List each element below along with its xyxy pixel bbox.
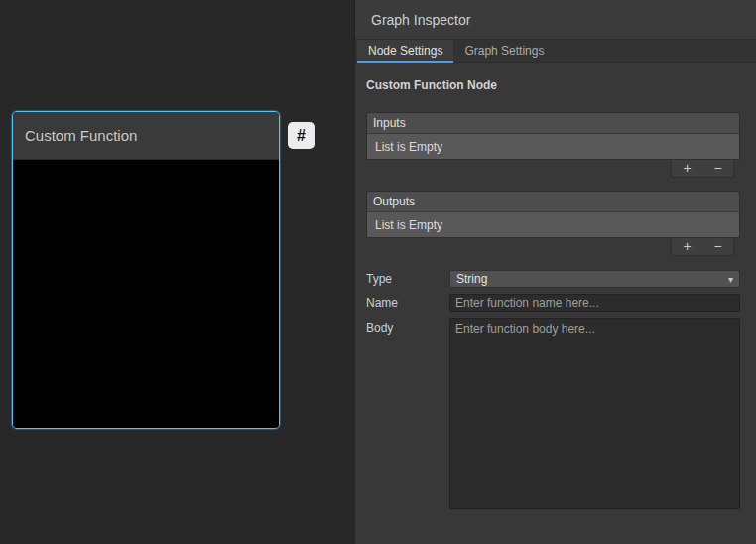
name-label: Name xyxy=(366,296,449,310)
outputs-list: Outputs List is Empty xyxy=(366,191,740,238)
inputs-add-button[interactable]: + xyxy=(672,160,702,177)
shader-graph-window: Custom Function # Graph Inspector Node S… xyxy=(0,0,756,544)
inspector-title: Graph Inspector xyxy=(371,12,470,28)
inputs-remove-button[interactable]: − xyxy=(702,160,733,177)
inputs-empty-row: List is Empty xyxy=(367,134,739,159)
name-field-row: Name xyxy=(366,294,740,312)
node-title: Custom Function xyxy=(25,127,137,144)
inspector-tabbar: Node Settings Graph Settings xyxy=(355,40,756,63)
inputs-list-title: Inputs xyxy=(373,116,406,130)
type-label: Type xyxy=(366,272,449,286)
graph-inspector-panel: Graph Inspector Node Settings Graph Sett… xyxy=(354,0,756,544)
type-field-row: Type String ▾ xyxy=(366,270,740,288)
tab-node-settings-label: Node Settings xyxy=(368,44,442,58)
outputs-empty-label: List is Empty xyxy=(375,218,442,232)
inspector-content: Custom Function Node Inputs List is Empt… xyxy=(355,63,756,509)
outputs-list-footer: + − xyxy=(671,238,734,256)
function-body-textarea[interactable] xyxy=(449,318,740,509)
outputs-list-header: Outputs xyxy=(367,192,739,212)
outputs-add-button[interactable]: + xyxy=(672,238,702,255)
function-fields: Type String ▾ Name Body xyxy=(366,270,740,509)
tab-graph-settings[interactable]: Graph Settings xyxy=(453,40,555,62)
minus-icon: − xyxy=(713,238,721,254)
node-preview-body xyxy=(13,160,279,429)
graph-canvas[interactable]: Custom Function # xyxy=(0,0,354,544)
tab-node-settings[interactable]: Node Settings xyxy=(357,40,453,62)
outputs-empty-row: List is Empty xyxy=(367,212,739,237)
body-label: Body xyxy=(366,318,449,335)
section-title: Custom Function Node xyxy=(366,78,740,92)
inputs-list-footer: + − xyxy=(671,160,734,178)
inputs-empty-label: List is Empty xyxy=(375,140,442,154)
node-code-badge-button[interactable]: # xyxy=(288,122,315,149)
type-dropdown[interactable]: String ▾ xyxy=(449,270,740,288)
inputs-list-header: Inputs xyxy=(367,113,739,134)
minus-icon: − xyxy=(713,160,721,176)
inputs-list: Inputs List is Empty xyxy=(366,112,740,160)
chevron-down-icon: ▾ xyxy=(728,274,733,285)
node-title-bar[interactable]: Custom Function xyxy=(13,112,279,160)
body-field-row: Body xyxy=(366,318,740,509)
plus-icon: + xyxy=(683,160,691,176)
type-dropdown-value: String xyxy=(456,272,487,286)
hash-icon: # xyxy=(297,127,306,145)
inspector-header[interactable]: Graph Inspector xyxy=(355,0,756,40)
outputs-list-title: Outputs xyxy=(373,195,415,208)
outputs-remove-button[interactable]: − xyxy=(702,238,733,255)
function-name-input[interactable] xyxy=(449,294,740,312)
plus-icon: + xyxy=(683,238,691,254)
tab-graph-settings-label: Graph Settings xyxy=(464,44,544,58)
custom-function-node[interactable]: Custom Function xyxy=(12,111,280,429)
